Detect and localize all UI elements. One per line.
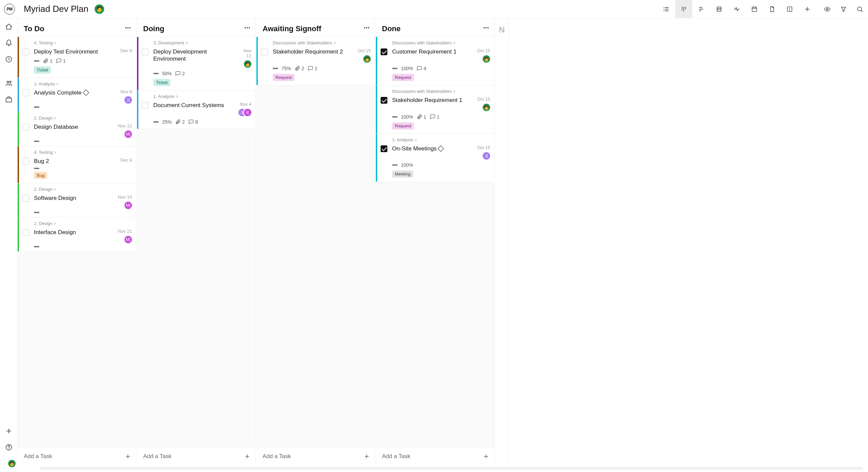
card-checkbox[interactable] bbox=[142, 48, 149, 55]
add-view-icon[interactable] bbox=[799, 0, 816, 18]
card-checkbox[interactable] bbox=[381, 145, 387, 152]
view-board-icon[interactable] bbox=[675, 0, 692, 18]
task-card[interactable]: 4. Testing Deploy Test Environment Dec 9… bbox=[18, 37, 136, 78]
card-breadcrumb[interactable]: 2. Design bbox=[34, 116, 132, 121]
task-card[interactable]: Discussions with Stakeholders Customer R… bbox=[376, 37, 494, 85]
card-checkbox[interactable] bbox=[381, 48, 387, 55]
card-breadcrumb[interactable]: 2. Design bbox=[34, 187, 132, 192]
comment-count[interactable]: 2 bbox=[308, 65, 317, 71]
add-task-button[interactable]: Add a Task bbox=[376, 447, 494, 465]
card-checkbox[interactable] bbox=[22, 158, 29, 165]
view-list-icon[interactable] bbox=[658, 0, 675, 18]
card-title[interactable]: Design Database bbox=[34, 123, 78, 130]
card-title[interactable]: Customer Requirement 1 bbox=[392, 48, 457, 55]
comment-count[interactable]: 2 bbox=[175, 70, 185, 76]
card-assignees[interactable]: J( bbox=[485, 152, 490, 160]
attachment-count[interactable]: 1 bbox=[417, 114, 426, 120]
nav-portfolio-icon[interactable] bbox=[5, 96, 13, 105]
view-files-icon[interactable] bbox=[764, 0, 780, 18]
nav-notifications-icon[interactable] bbox=[5, 39, 13, 48]
nav-help-icon[interactable] bbox=[5, 444, 13, 452]
assignee-avatar[interactable]: M( bbox=[124, 130, 132, 138]
task-card[interactable]: 1. Analysis On-Site Meetings Oct 15 J( 1… bbox=[376, 134, 494, 182]
nav-home-icon[interactable] bbox=[5, 23, 13, 32]
card-title[interactable]: Stakeholder Requirement 1 bbox=[392, 97, 462, 104]
column-title[interactable]: Done bbox=[382, 24, 401, 33]
card-breadcrumb[interactable]: 1. Analysis bbox=[34, 81, 132, 86]
card-assignees[interactable]: M( bbox=[127, 236, 132, 243]
assignee-avatar[interactable]: J( bbox=[124, 96, 132, 104]
add-task-button[interactable]: Add a Task bbox=[18, 447, 136, 465]
card-assignees[interactable] bbox=[365, 55, 371, 63]
assignee-avatar[interactable] bbox=[483, 104, 490, 111]
card-checkbox[interactable] bbox=[22, 195, 29, 202]
card-assignees[interactable]: M( bbox=[127, 130, 132, 138]
card-breadcrumb[interactable]: 4. Testing bbox=[34, 150, 132, 155]
card-tag[interactable]: Bug bbox=[34, 172, 47, 179]
card-breadcrumb[interactable]: Discussions with Stakeholders bbox=[273, 40, 371, 45]
card-breadcrumb[interactable]: 3. Development bbox=[153, 40, 251, 45]
assignee-avatar[interactable] bbox=[244, 60, 251, 68]
attachment-count[interactable]: 2 bbox=[294, 65, 304, 71]
card-checkbox[interactable] bbox=[22, 89, 29, 96]
view-sheet-icon[interactable] bbox=[711, 0, 728, 18]
card-title[interactable]: Document Current Systems bbox=[153, 102, 224, 109]
card-tag[interactable]: Ticket bbox=[153, 79, 170, 86]
card-title[interactable]: Software Design bbox=[34, 194, 76, 202]
card-assignees[interactable] bbox=[485, 55, 490, 63]
add-task-button[interactable]: Add a Task bbox=[137, 447, 255, 465]
comment-count[interactable]: 8 bbox=[188, 119, 198, 125]
card-title[interactable]: Deploy Development Environment bbox=[153, 48, 235, 63]
filter-icon[interactable] bbox=[839, 4, 848, 14]
comment-count[interactable]: 1 bbox=[430, 114, 440, 120]
card-breadcrumb[interactable]: Discussions with Stakeholders bbox=[392, 89, 490, 94]
card-checkbox[interactable] bbox=[22, 229, 29, 236]
card-checkbox[interactable] bbox=[381, 97, 387, 104]
view-risks-icon[interactable] bbox=[781, 0, 798, 18]
nav-user-avatar[interactable] bbox=[8, 460, 16, 467]
card-checkbox[interactable] bbox=[142, 102, 149, 109]
card-assignees[interactable]: J(I( bbox=[240, 109, 251, 116]
view-gantt-icon[interactable] bbox=[693, 0, 710, 18]
task-card[interactable]: 2. Design Design Database Nov 12 M( bbox=[18, 112, 136, 146]
view-calendar-icon[interactable] bbox=[746, 0, 763, 18]
task-card[interactable]: 3. Development Deploy Development Enviro… bbox=[137, 37, 255, 90]
column-menu-icon[interactable] bbox=[483, 24, 489, 33]
column-title[interactable]: Awaiting Signoff bbox=[263, 24, 321, 33]
card-title[interactable]: Stakeholder Requirement 2 bbox=[273, 48, 343, 55]
nav-add-icon[interactable] bbox=[5, 427, 13, 436]
attachment-count[interactable]: 2 bbox=[175, 119, 185, 125]
attachment-count[interactable]: 1 bbox=[43, 58, 53, 64]
add-task-button[interactable]: Add a Task bbox=[256, 447, 375, 465]
card-assignees[interactable] bbox=[485, 104, 490, 111]
task-card[interactable]: 2. Design Interface Design Nov 21 M( bbox=[18, 217, 136, 252]
card-checkbox[interactable] bbox=[22, 124, 29, 130]
card-title[interactable]: Analysis Complete bbox=[34, 89, 88, 96]
view-activity-icon[interactable] bbox=[728, 0, 745, 18]
card-assignees[interactable] bbox=[246, 60, 251, 68]
card-breadcrumb[interactable]: 1. Analysis bbox=[153, 94, 251, 99]
task-card[interactable]: Discussions with Stakeholders Stakeholde… bbox=[256, 37, 375, 85]
assignee-avatar[interactable]: J( bbox=[483, 152, 490, 160]
card-breadcrumb[interactable]: 1. Analysis bbox=[392, 137, 490, 142]
card-breadcrumb[interactable]: 2. Design bbox=[34, 221, 132, 226]
column-menu-icon[interactable] bbox=[244, 24, 251, 33]
card-tag[interactable]: Request bbox=[392, 74, 414, 81]
card-tag[interactable]: Request bbox=[273, 74, 294, 81]
project-owner-avatar[interactable] bbox=[95, 4, 104, 14]
column-title[interactable]: To Do bbox=[24, 24, 44, 33]
card-tag[interactable]: Request bbox=[392, 122, 414, 129]
card-checkbox[interactable] bbox=[22, 48, 29, 55]
card-title[interactable]: On-Site Meetings bbox=[392, 145, 443, 152]
nav-recent-icon[interactable] bbox=[5, 56, 13, 64]
task-card[interactable]: 1. Analysis Document Current Systems Nov… bbox=[137, 90, 255, 129]
watch-icon[interactable] bbox=[823, 4, 832, 14]
project-title[interactable]: Myriad Dev Plan bbox=[24, 4, 89, 14]
column-menu-icon[interactable] bbox=[363, 24, 370, 33]
card-assignees[interactable]: J( bbox=[127, 96, 132, 104]
comment-count[interactable]: 1 bbox=[56, 58, 66, 64]
assignee-avatar[interactable]: I( bbox=[244, 109, 251, 116]
card-tag[interactable]: Meeting bbox=[392, 170, 413, 178]
assignee-avatar[interactable] bbox=[483, 55, 490, 63]
search-icon[interactable] bbox=[855, 4, 865, 14]
